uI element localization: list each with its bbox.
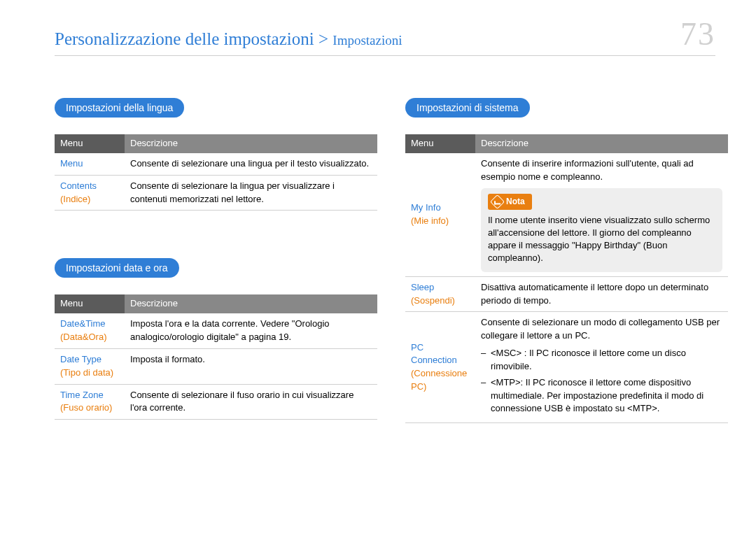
- menu-name-en: Time Zone: [60, 389, 119, 402]
- note-badge: Nota: [488, 194, 532, 210]
- th-menu: Menu: [55, 294, 125, 313]
- table-row: Contents (Indice) Consente di selezionar…: [55, 175, 377, 211]
- menu-desc: Imposta il formato.: [125, 348, 377, 384]
- datetime-table: Menu Descrizione Date&Time (Data&Ora) Im…: [55, 294, 377, 420]
- list-item: <MTP>: Il PC riconosce il lettore come d…: [481, 376, 722, 416]
- menu-name-en: PC Connection: [411, 341, 470, 368]
- breadcrumb-sub: Impostazioni: [332, 33, 402, 48]
- menu-name-it: (Fuso orario): [60, 401, 119, 415]
- section-heading-datetime: Impostazioni data e ora: [55, 258, 179, 278]
- th-desc: Descrizione: [125, 134, 377, 153]
- left-column: Impostazioni della lingua Menu Descrizio…: [55, 98, 377, 423]
- system-table: Menu Descrizione My Info (Mie info) Cons…: [405, 134, 728, 423]
- menu-name-en: Contents: [60, 180, 119, 193]
- table-row: Time Zone (Fuso orario) Consente di sele…: [55, 384, 377, 420]
- menu-name-it: (Connessione PC): [411, 367, 470, 394]
- table-row: Sleep (Sospendi) Disattiva automaticamen…: [405, 276, 728, 312]
- language-table: Menu Descrizione Menu Consente di selezi…: [55, 134, 377, 211]
- pc-options-list: <MSC> : Il PC riconosce il lettore come …: [481, 347, 722, 415]
- page-number: 73: [680, 15, 715, 52]
- th-menu: Menu: [405, 134, 475, 153]
- table-row: My Info (Mie info) Consente di inserire …: [405, 153, 728, 276]
- breadcrumb-main: Personalizzazione delle impostazioni: [55, 29, 314, 48]
- section-heading-language: Impostazioni della lingua: [55, 98, 184, 118]
- menu-name-it: (Indice): [60, 193, 119, 206]
- section-heading-system: Impostazioni di sistema: [405, 98, 530, 118]
- menu-name-it: (Data&Ora): [60, 331, 119, 344]
- menu-name-en: Sleep: [411, 281, 470, 294]
- table-row: Date Type (Tipo di data) Imposta il form…: [55, 348, 377, 384]
- menu-name-en: My Info: [411, 201, 470, 215]
- table-row: Menu Consente di selezionare una lingua …: [55, 153, 377, 175]
- menu-name-it: (Sospendi): [411, 294, 470, 308]
- note-label: Nota: [506, 196, 525, 208]
- menu-desc: Disattiva automaticamente il lettore dop…: [475, 276, 728, 312]
- th-menu: Menu: [55, 134, 125, 153]
- right-column: Impostazioni di sistema Menu Descrizione…: [405, 98, 728, 423]
- th-desc: Descrizione: [125, 294, 377, 313]
- breadcrumb: Personalizzazione delle impostazioni > I…: [55, 29, 402, 49]
- menu-desc: Consente di selezionare la lingua per vi…: [125, 175, 377, 211]
- menu-name-en: Date&Time: [60, 318, 119, 331]
- table-row: Date&Time (Data&Ora) Imposta l'ora e la …: [55, 313, 377, 348]
- th-desc: Descrizione: [475, 134, 728, 153]
- menu-desc: Consente di inserire informazioni sull'u…: [481, 158, 694, 182]
- note-text: Il nome utente inserito viene visualizza…: [488, 214, 715, 265]
- menu-name-en: Menu: [60, 157, 119, 171]
- menu-desc: Imposta l'ora e la data corrente. Vedere…: [125, 313, 377, 348]
- note-box: Nota Il nome utente inserito viene visua…: [481, 188, 722, 272]
- list-item: <MSC> : Il PC riconosce il lettore come …: [481, 347, 722, 374]
- menu-desc: Consente di selezionare una lingua per i…: [125, 153, 377, 175]
- menu-desc: Consente di selezionare il fuso orario i…: [125, 384, 377, 420]
- menu-name-it: (Tipo di data): [60, 367, 119, 380]
- menu-desc: Consente di selezionare un modo di colle…: [481, 317, 720, 341]
- check-icon: [490, 194, 505, 209]
- menu-name-it: (Mie info): [411, 215, 470, 228]
- table-row: PC Connection (Connessione PC) Consente …: [405, 312, 728, 423]
- menu-name-en: Date Type: [60, 353, 119, 367]
